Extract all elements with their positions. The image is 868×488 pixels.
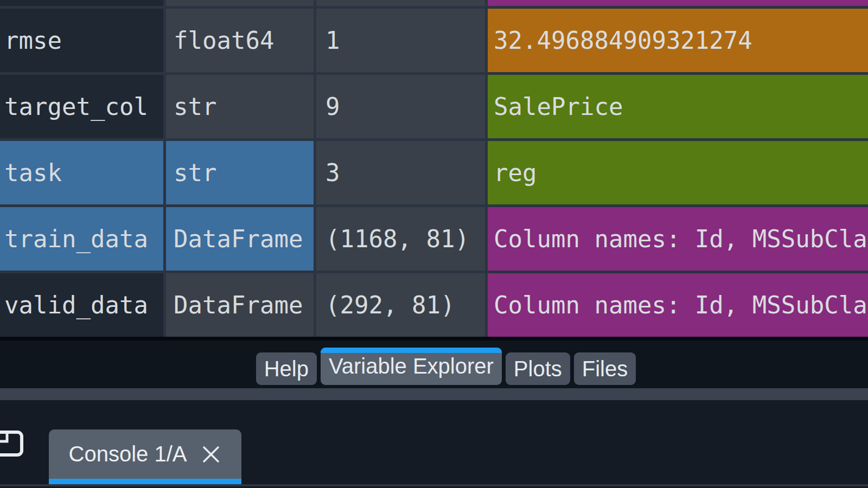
table-cell-type[interactable]: str	[166, 141, 314, 204]
tab-help[interactable]: Help	[256, 352, 317, 385]
tab-label: Plots	[514, 357, 562, 381]
table-cell-type[interactable]: str	[166, 75, 314, 138]
console-tab-label: Console 1/A	[69, 442, 187, 466]
browse-tabs-button[interactable]	[0, 427, 26, 459]
table-cell-type[interactable]: DataFrame	[166, 207, 314, 271]
table-cell-type[interactable]: float64	[166, 9, 314, 72]
table-cell-name[interactable]: train_data	[0, 207, 163, 271]
tab-plots[interactable]: Plots	[506, 352, 570, 385]
table-cell-partial-value[interactable]	[488, 0, 868, 6]
table-cell-value[interactable]: Column names: Id, MSSubCla	[488, 207, 868, 271]
close-tab-button[interactable]	[201, 444, 221, 465]
table-cell-name[interactable]: valid_data	[0, 273, 163, 337]
table-cell-name[interactable]: task	[0, 141, 163, 204]
close-icon	[201, 444, 221, 465]
table-cell-size[interactable]: 9	[316, 75, 485, 138]
tab-label: Help	[264, 357, 309, 381]
pane-tab-bar: Help Variable Explorer Plots Files	[0, 337, 868, 388]
table-cell-partial-size[interactable]	[316, 0, 485, 6]
tab-label: Files	[582, 357, 628, 381]
console-divider	[0, 484, 868, 486]
tab-console-1a[interactable]: Console 1/A	[49, 429, 241, 479]
table-cell-value[interactable]: Column names: Id, MSSubCla	[488, 273, 868, 337]
table-cell-partial-type[interactable]	[166, 0, 314, 6]
table-cell-name[interactable]: target_col	[0, 75, 163, 138]
table-cell-size[interactable]: (292, 81)	[316, 273, 485, 337]
variable-explorer-table: rmse float64 1 32.496884909321274 target…	[0, 0, 868, 337]
tab-label: Variable Explorer	[329, 354, 494, 378]
table-cell-value[interactable]: reg	[488, 141, 868, 204]
table-cell-value[interactable]: SalePrice	[488, 75, 868, 138]
table-cell-size[interactable]: (1168, 81)	[316, 207, 485, 271]
spyder-window: rmse float64 1 32.496884909321274 target…	[0, 0, 868, 488]
tab-variable-explorer[interactable]: Variable Explorer	[321, 348, 502, 385]
browse-tabs-icon	[0, 427, 26, 459]
console-pane: Console 1/A	[0, 400, 868, 488]
table-cell-partial-name[interactable]	[0, 0, 163, 6]
table-cell-size[interactable]: 3	[316, 141, 485, 204]
tab-accent-bar	[321, 348, 502, 353]
table-cell-size[interactable]: 1	[316, 9, 485, 72]
tab-files[interactable]: Files	[574, 352, 636, 385]
pane-splitter[interactable]	[0, 388, 868, 400]
table-cell-type[interactable]: DataFrame	[166, 273, 314, 337]
table-cell-value[interactable]: 32.496884909321274	[488, 9, 868, 72]
table-cell-name[interactable]: rmse	[0, 9, 163, 72]
